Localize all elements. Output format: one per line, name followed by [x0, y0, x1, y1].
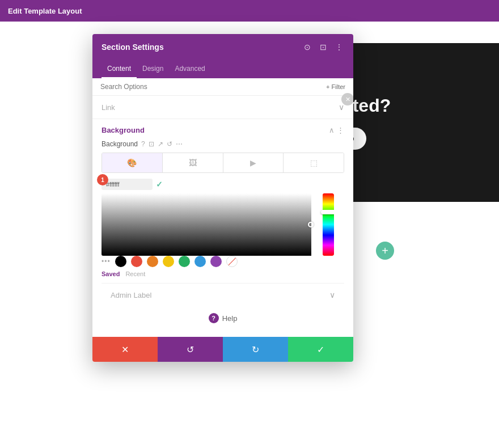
help-icon[interactable]: ?	[209, 313, 219, 323]
columns-icon[interactable]: ⊡	[318, 42, 328, 52]
modal-body: Link ∨ Background ∧ ⋮ Background ? ⊡ ↗ ↺…	[92, 96, 353, 337]
help-row: ? Help	[102, 306, 344, 330]
hex-confirm-icon[interactable]: ✓	[156, 180, 163, 189]
save-button[interactable]: ✓	[288, 337, 353, 362]
swatch-green[interactable]	[179, 256, 190, 267]
background-reset-icon[interactable]: ↺	[167, 140, 172, 148]
admin-label-section[interactable]: Admin Label ∨	[102, 283, 344, 306]
admin-chevron-icon: ∨	[329, 290, 335, 299]
background-more-icon[interactable]: ⋮	[337, 126, 344, 134]
modal-header: Section Settings ⊙ ⊡ ⋮	[92, 34, 353, 60]
saved-tab[interactable]: Saved	[102, 271, 120, 277]
type-tab-color[interactable]: 🎨	[102, 153, 163, 172]
hue-slider[interactable]	[323, 193, 334, 256]
tab-content[interactable]: Content	[102, 60, 137, 78]
modal-title: Section Settings	[102, 43, 164, 52]
background-more-icon[interactable]: ⋯	[176, 140, 183, 148]
background-chevron-icon[interactable]: ∧	[329, 126, 335, 134]
search-bar: + Filter	[92, 78, 353, 96]
gradient-main	[102, 193, 311, 256]
hex-input[interactable]	[102, 179, 153, 190]
type-tab-video[interactable]: ▶	[223, 153, 284, 172]
swatch-transparent[interactable]	[226, 256, 238, 267]
type-tab-image[interactable]: 🖼	[163, 153, 223, 172]
background-type-tabs: 🎨 🖼 ▶ ⬚	[102, 153, 344, 173]
recent-tab[interactable]: Recent	[125, 271, 145, 277]
background-section-title: Background	[102, 126, 145, 134]
modal-close-button[interactable]: ✕	[341, 93, 353, 105]
swatch-black[interactable]	[115, 256, 126, 267]
background-section-controls: ∧ ⋮	[329, 126, 344, 134]
redo-button[interactable]: ↻	[223, 337, 288, 362]
background-help-icon[interactable]: ?	[141, 140, 145, 148]
swatch-red[interactable]	[131, 256, 142, 267]
top-bar: Edit Template Layout	[0, 0, 499, 22]
background-row: Background ? ⊡ ↗ ↺ ⋯	[102, 140, 344, 148]
section-settings-modal: Section Settings ⊙ ⊡ ⋮ Content Design Ad…	[92, 34, 353, 362]
background-cursor-icon[interactable]: ↗	[158, 140, 163, 148]
swatches-more-icon[interactable]: •••	[102, 257, 111, 265]
help-label: Help	[222, 314, 238, 323]
link-label: Link	[102, 103, 115, 112]
modal-header-icons: ⊙ ⊡ ⋮	[302, 42, 344, 52]
step-badge: 1	[97, 174, 108, 185]
focus-icon[interactable]: ⊙	[302, 42, 312, 52]
swatch-orange[interactable]	[147, 256, 158, 267]
color-swatches-row: •••	[102, 256, 344, 267]
hue-slider-thumb[interactable]	[321, 210, 334, 214]
search-input[interactable]	[100, 83, 214, 91]
cancel-button[interactable]: ✕	[92, 337, 158, 362]
swatch-blue[interactable]	[194, 256, 206, 267]
modal-footer: ✕ ↺ ↻ ✓	[92, 337, 353, 362]
saved-recent-tabs: Saved Recent	[102, 271, 344, 277]
swatch-yellow[interactable]	[163, 256, 174, 267]
tab-design[interactable]: Design	[137, 60, 169, 78]
modal-tabs: Content Design Advanced	[92, 60, 353, 78]
hex-input-row: ✓	[102, 179, 344, 190]
color-picker-dot[interactable]	[308, 222, 314, 227]
undo-button[interactable]: ↺	[158, 337, 223, 362]
tab-advanced[interactable]: Advanced	[169, 60, 210, 78]
type-tab-pattern[interactable]: ⬚	[284, 153, 344, 172]
background-row-label: Background	[102, 140, 138, 148]
background-section-header: Background ∧ ⋮	[102, 126, 344, 134]
more-options-icon[interactable]: ⋮	[334, 42, 344, 52]
swatch-purple[interactable]	[210, 256, 222, 267]
top-bar-title: Edit Template Layout	[8, 7, 82, 15]
add-module-button[interactable]: +	[376, 242, 394, 260]
color-gradient-canvas[interactable]	[102, 193, 334, 256]
filter-label: + Filter	[326, 83, 345, 90]
link-section[interactable]: Link ∨	[92, 96, 353, 119]
background-section: Background ∧ ⋮ Background ? ⊡ ↗ ↺ ⋯ 🎨 🖼 …	[92, 119, 353, 337]
filter-button[interactable]: + Filter	[326, 83, 345, 90]
background-copy-icon[interactable]: ⊡	[149, 140, 154, 148]
admin-label-text: Admin Label	[111, 291, 151, 299]
color-picker-area: 1 ✓	[102, 179, 344, 277]
